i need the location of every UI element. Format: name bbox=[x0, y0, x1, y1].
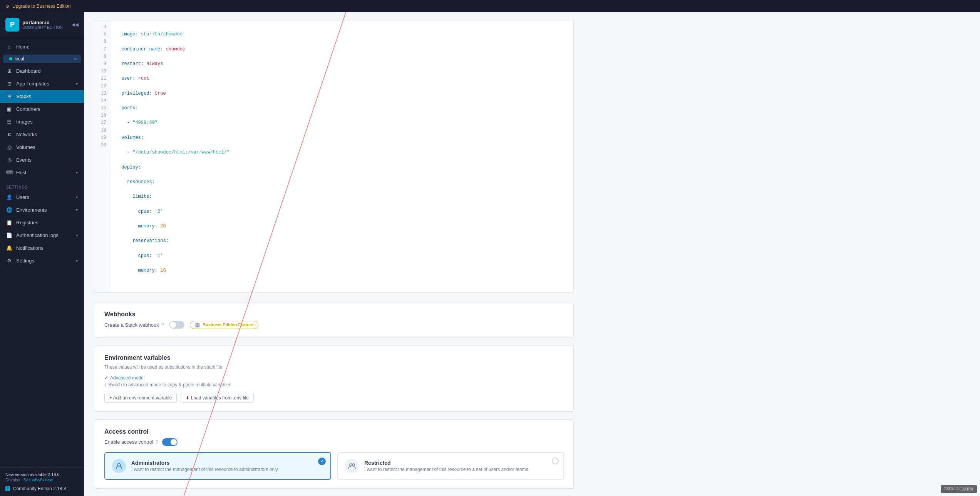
app-templates-icon: ⊡ bbox=[6, 81, 12, 87]
sidebar-item-settings[interactable]: ⚙ Settings ▾ bbox=[0, 254, 84, 267]
sidebar-item-users[interactable]: 👤 Users ▾ bbox=[0, 191, 84, 204]
sidebar-item-home[interactable]: ⌂ Home bbox=[0, 40, 84, 53]
settings-icon: ⚙ bbox=[6, 258, 12, 264]
sidebar-item-events[interactable]: ◷ Events bbox=[0, 154, 84, 166]
access-cards: Administrators I want to restrict the ma… bbox=[104, 452, 564, 480]
upgrade-banner[interactable]: ⊙ Upgrade to Business Edition bbox=[0, 0, 980, 12]
sidebar-item-notifications[interactable]: 🔔 Notifications bbox=[0, 242, 84, 254]
sidebar-user: 🅿 Community Edition 2.18.3 bbox=[5, 486, 79, 491]
sidebar-item-volumes[interactable]: ◎ Volumes bbox=[0, 141, 84, 154]
webhook-toggle[interactable] bbox=[169, 321, 184, 329]
sidebar-item-networks[interactable]: ⑆ Networks bbox=[0, 128, 84, 141]
svg-point-4 bbox=[352, 464, 355, 466]
chevron-down-icon-auth: ▾ bbox=[76, 233, 78, 237]
sidebar-item-registries[interactable]: 📋 Registries bbox=[0, 216, 84, 229]
volumes-icon: ◎ bbox=[6, 144, 12, 150]
user-edition-label: Community Edition 2.18.3 bbox=[13, 486, 66, 491]
sidebar-item-users-label: Users bbox=[16, 194, 29, 200]
bottom-right-badge: CSDN ©江湖有缘 bbox=[941, 485, 977, 493]
sidebar-item-stacks[interactable]: ⊟ Stacks bbox=[0, 90, 84, 103]
admin-card-checkmark: ✓ bbox=[318, 458, 326, 465]
version-notice: New version available 2.19.0 Dismiss See… bbox=[5, 472, 79, 482]
sidebar-item-environments[interactable]: 🌐 Environments ▾ bbox=[0, 204, 84, 216]
stacks-icon: ⊟ bbox=[6, 94, 12, 99]
sidebar-item-containers-label: Containers bbox=[16, 106, 40, 112]
banner-icon: ⊙ bbox=[5, 3, 9, 9]
help-icon-webhooks[interactable]: ? bbox=[161, 322, 164, 327]
registries-icon: 📋 bbox=[6, 220, 12, 225]
sidebar-nav: ⌂ Home local ✕ ⊞ Dashboard ⊡ App Templat… bbox=[0, 37, 84, 467]
env-close-button[interactable]: ✕ bbox=[74, 57, 77, 62]
business-edition-badge[interactable]: 🏢 Business Edition Feature bbox=[190, 321, 258, 329]
env-vars-title: Environment variables bbox=[104, 354, 564, 361]
business-badge-label: Business Edition Feature bbox=[203, 322, 253, 327]
sidebar-item-auth-logs[interactable]: 📄 Authentication logs ▾ bbox=[0, 229, 84, 242]
info-icon: ℹ bbox=[104, 382, 106, 387]
env-name: local bbox=[9, 56, 24, 62]
sidebar-item-images-label: Images bbox=[16, 119, 33, 125]
sidebar-item-home-label: Home bbox=[16, 44, 30, 50]
code-editor[interactable]: 45678 910111213 1415161718 1920 image: s… bbox=[95, 20, 574, 293]
sidebar-item-host[interactable]: ⌨ Host ▾ bbox=[0, 166, 84, 179]
webhooks-label: Create a Stack webhook ? bbox=[104, 322, 164, 328]
env-vars-subtitle: These values will be used as substitutio… bbox=[104, 364, 564, 370]
sidebar-item-networks-label: Networks bbox=[16, 132, 37, 137]
sidebar-item-auth-logs-label: Authentication logs bbox=[16, 232, 59, 238]
webhooks-section: Webhooks Create a Stack webhook ? 🏢 Busi… bbox=[95, 302, 574, 338]
env-links: ✓ Advanced mode ℹ Switch to advanced mod… bbox=[104, 375, 564, 387]
home-icon: ⌂ bbox=[6, 44, 12, 50]
env-var-buttons: + Add an environment variable ⬇ Load var… bbox=[104, 393, 564, 403]
env-dot bbox=[9, 57, 12, 60]
svg-point-3 bbox=[350, 464, 352, 466]
admin-card-icon bbox=[112, 459, 126, 473]
events-icon: ◷ bbox=[6, 157, 12, 163]
advanced-mode-link[interactable]: ✓ Advanced mode bbox=[104, 375, 564, 381]
sidebar-item-dashboard[interactable]: ⊞ Dashboard bbox=[0, 65, 84, 77]
banner-text: Upgrade to Business Edition bbox=[12, 3, 70, 9]
building-icon: 🏢 bbox=[195, 322, 200, 327]
settings-section-label: Settings bbox=[0, 179, 84, 191]
whats-new-link[interactable]: See what's new bbox=[23, 478, 53, 482]
access-card-administrators[interactable]: Administrators I want to restrict the ma… bbox=[104, 452, 331, 480]
main-content: 45678 910111213 1415161718 1920 image: s… bbox=[84, 12, 980, 496]
add-env-var-button[interactable]: + Add an environment variable bbox=[104, 393, 177, 403]
access-control-toggle[interactable] bbox=[162, 438, 178, 446]
portainer-logo-icon: P bbox=[5, 18, 19, 32]
sidebar-item-images[interactable]: ☰ Images bbox=[0, 115, 84, 128]
load-env-file-button[interactable]: ⬇ Load variables from .env file bbox=[181, 393, 253, 403]
chevron-down-icon-users: ▾ bbox=[76, 195, 78, 199]
networks-icon: ⑆ bbox=[6, 132, 12, 137]
sidebar-item-volumes-label: Volumes bbox=[16, 144, 35, 150]
collapse-sidebar-button[interactable]: ◀◀ bbox=[72, 22, 79, 27]
containers-icon: ▣ bbox=[6, 106, 12, 112]
sidebar-logo: P portainer.io COMMUNITY EDITION ◀◀ bbox=[0, 12, 84, 37]
switch-mode-text: ℹ Switch to advanced mode to copy & past… bbox=[104, 382, 564, 387]
sidebar-footer: New version available 2.19.0 Dismiss See… bbox=[0, 467, 84, 496]
host-icon: ⌨ bbox=[6, 170, 12, 175]
auth-logs-icon: 📄 bbox=[6, 232, 12, 238]
admin-card-desc: I want to restrict the management of thi… bbox=[131, 467, 278, 472]
sidebar-item-stacks-label: Stacks bbox=[16, 94, 31, 99]
user-icon: 🅿 bbox=[5, 486, 10, 491]
restricted-card-title: Restricted bbox=[364, 460, 528, 466]
sidebar-item-containers[interactable]: ▣ Containers bbox=[0, 103, 84, 115]
users-icon: 👤 bbox=[6, 194, 12, 200]
sidebar-item-events-label: Events bbox=[16, 157, 32, 163]
access-label: Enable access control ? bbox=[104, 439, 158, 445]
chevron-down-icon: ▾ bbox=[76, 82, 78, 86]
edition-label: COMMUNITY EDITION bbox=[22, 25, 63, 30]
access-card-restricted[interactable]: Restricted I want to restrict the manage… bbox=[337, 452, 564, 480]
help-icon-access[interactable]: ? bbox=[156, 439, 158, 445]
restricted-card-radio bbox=[552, 458, 559, 464]
restricted-card-icon bbox=[345, 459, 359, 473]
code-content[interactable]: image: star7th/showdoc container_name: s… bbox=[111, 20, 573, 292]
dismiss-button[interactable]: Dismiss bbox=[5, 478, 20, 482]
sidebar-item-dashboard-label: Dashboard bbox=[16, 68, 41, 74]
brand-name: portainer.io bbox=[22, 20, 63, 25]
admin-card-title: Administrators bbox=[131, 460, 278, 466]
restricted-card-desc: I want to restrict the management of thi… bbox=[364, 467, 528, 472]
environment-badge: local ✕ bbox=[3, 55, 81, 63]
dashboard-icon: ⊞ bbox=[6, 68, 12, 74]
webhooks-title: Webhooks bbox=[104, 311, 564, 318]
sidebar-item-app-templates[interactable]: ⊡ App Templates ▾ bbox=[0, 77, 84, 90]
